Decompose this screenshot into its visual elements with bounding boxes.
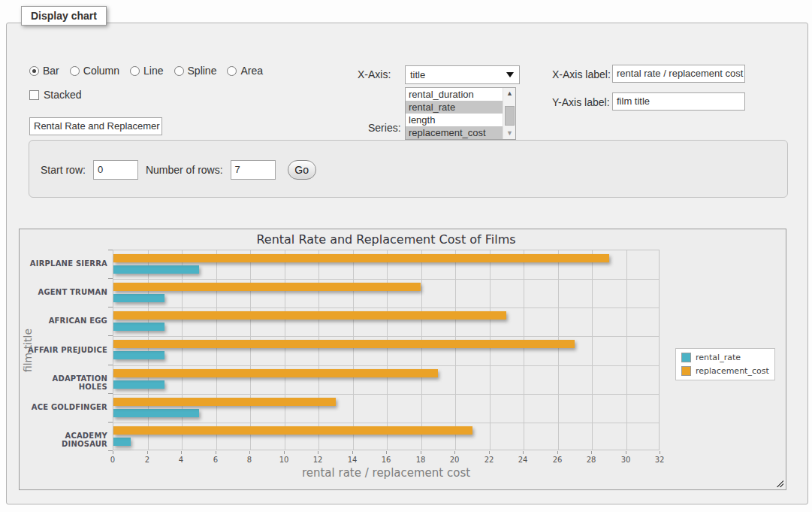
gridline <box>113 279 659 280</box>
chart-type-radio-column[interactable]: Column <box>70 65 119 77</box>
x-axis-label-input[interactable]: rental rate / replacement cost <box>612 65 745 83</box>
x-tick-label: 6 <box>203 456 228 464</box>
x-tick <box>284 451 285 454</box>
x-tick <box>147 451 148 454</box>
category-label: AFFAIR PREJUDICE <box>23 346 107 354</box>
gridline <box>421 250 422 450</box>
y-tick <box>108 250 113 250</box>
series-options: rental_durationrental_ratelengthreplacem… <box>406 88 515 139</box>
stacked-label: Stacked <box>44 89 82 101</box>
gridline <box>455 250 456 450</box>
x-tick-label: 26 <box>545 456 570 464</box>
x-tick <box>352 451 353 454</box>
x-tick <box>489 451 490 454</box>
bar-replacement_cost-airplane-sierra <box>113 254 609 262</box>
radio-label: Line <box>143 65 163 77</box>
x-tick-label: 22 <box>476 456 502 464</box>
num-rows-label: Number of rows: <box>146 164 223 176</box>
bar-replacement_cost-african-egg <box>113 311 506 320</box>
radio-icon[interactable] <box>29 66 39 76</box>
chart-type-radio-group: BarColumnLineSplineArea <box>29 65 263 77</box>
radio-icon[interactable] <box>130 66 140 76</box>
resize-handle-icon[interactable] <box>775 479 783 487</box>
bar-rental_rate-agent-truman <box>113 294 165 302</box>
chart-title-input[interactable]: Rental Rate and Replacemer <box>29 117 162 135</box>
category-label: AIRPLANE SIERRA <box>23 259 107 268</box>
x-tick <box>591 451 592 454</box>
y-tick <box>108 393 113 394</box>
radio-icon[interactable] <box>174 66 184 76</box>
series-option-rental_duration[interactable]: rental_duration <box>406 88 503 101</box>
panel-title: Display chart <box>21 6 107 26</box>
x-tick-label: 30 <box>613 456 638 464</box>
chart-type-radio-area[interactable]: Area <box>227 65 263 77</box>
x-tick <box>216 451 216 454</box>
radio-icon[interactable] <box>70 66 80 76</box>
stacked-checkbox[interactable]: Stacked <box>29 89 82 101</box>
gridline <box>113 394 659 395</box>
y-axis-label-input[interactable]: film title <box>612 92 745 111</box>
chart-type-radio-bar[interactable]: Bar <box>29 65 59 77</box>
x-tick <box>454 451 455 454</box>
y-tick <box>108 422 113 423</box>
gridline <box>490 250 491 450</box>
legend-label: rental_rate <box>696 353 741 362</box>
bar-rental_rate-affair-prejudice <box>113 351 165 359</box>
scroll-down-icon[interactable]: ▼ <box>505 129 515 138</box>
chart-container: Rental Rate and Replacement Cost of Film… <box>19 229 786 490</box>
x-tick <box>626 451 626 454</box>
scroll-up-icon[interactable]: ▲ <box>505 89 515 98</box>
x-axis-select[interactable]: title <box>405 65 520 84</box>
x-tick-label: 2 <box>134 456 160 464</box>
y-axis-label-label: Y-Axis label: <box>552 96 610 108</box>
y-tick <box>108 307 113 308</box>
num-rows-input[interactable]: 7 <box>231 160 276 180</box>
y-tick <box>108 365 113 365</box>
radio-label: Bar <box>43 65 59 77</box>
series-listbox[interactable]: rental_durationrental_ratelengthreplacem… <box>405 87 516 140</box>
bar-rental_rate-african-egg <box>113 323 165 331</box>
gridline <box>353 250 354 450</box>
x-tick-label: 4 <box>168 456 194 464</box>
start-row-input[interactable]: 0 <box>93 160 138 180</box>
series-option-rental_rate[interactable]: rental_rate <box>406 101 503 114</box>
gridline <box>113 365 659 366</box>
x-tick <box>660 451 660 454</box>
category-label: ADAPTATION HOLES <box>23 374 107 391</box>
display-chart-panel: BarColumnLineSplineArea Stacked Rental R… <box>6 23 808 504</box>
bar-replacement_cost-ace-goldfinger <box>113 398 336 406</box>
legend-label: replacement_cost <box>696 366 769 376</box>
gridline <box>558 250 559 450</box>
gridline <box>285 250 285 450</box>
checkbox-icon[interactable] <box>29 90 39 100</box>
chart-legend: rental_ratereplacement_cost <box>675 348 775 380</box>
chart-type-radio-spline[interactable]: Spline <box>174 65 217 77</box>
bar-rental_rate-adaptation-holes <box>113 380 165 389</box>
x-tick-label: 12 <box>305 456 331 464</box>
series-option-length[interactable]: length <box>406 114 503 126</box>
x-tick-label: 0 <box>100 456 125 464</box>
legend-entry-rental_rate: rental_rate <box>681 353 769 362</box>
legend-swatch-icon <box>681 366 691 376</box>
x-tick-label: 28 <box>578 456 604 464</box>
gridline <box>148 250 149 450</box>
go-button[interactable]: Go <box>288 160 316 180</box>
x-tick <box>523 451 524 454</box>
radio-icon[interactable] <box>227 66 237 76</box>
chart-title: Rental Rate and Replacement Cost of Film… <box>113 232 660 247</box>
chart-type-radio-line[interactable]: Line <box>130 65 163 77</box>
series-option-replacement_cost[interactable]: replacement_cost <box>406 126 503 139</box>
scrollbar-thumb[interactable] <box>505 106 515 126</box>
series-scrollbar[interactable]: ▲ ▼ <box>503 88 515 139</box>
gridline <box>113 423 659 423</box>
x-tick <box>181 451 182 454</box>
series-select-label: Series: <box>368 122 401 134</box>
legend-entry-replacement_cost: replacement_cost <box>681 366 769 376</box>
x-tick <box>249 451 250 454</box>
x-axis-label-label: X-Axis label: <box>552 68 611 80</box>
x-tick-label: 14 <box>340 456 365 464</box>
radio-label: Area <box>240 65 263 77</box>
gridline <box>626 250 627 450</box>
x-tick <box>386 451 387 454</box>
chart-y-axis-title: film title <box>22 309 34 392</box>
